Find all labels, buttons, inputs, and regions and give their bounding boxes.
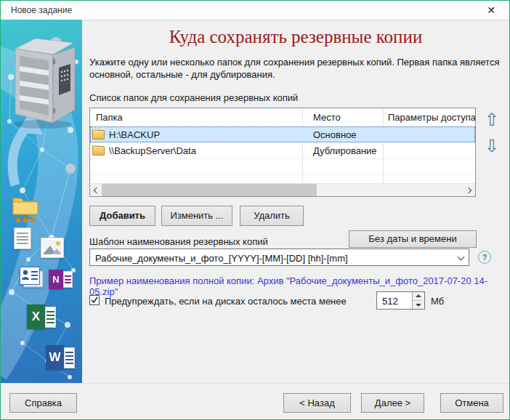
horizontal-scrollbar[interactable] <box>90 183 475 196</box>
excel-letter: X <box>32 310 40 324</box>
spinner-buttons <box>412 292 424 309</box>
chevron-down-icon[interactable] <box>454 249 469 265</box>
folder-list: Папка Место Параметры доступа H:\BACKUP … <box>89 108 476 197</box>
page-title: Куда сохранять резервные копии <box>82 27 509 47</box>
edit-button[interactable]: Изменить ... <box>161 206 232 226</box>
space-input[interactable] <box>381 293 411 310</box>
grid-line <box>90 174 475 175</box>
column-header-folder: Папка <box>90 112 302 123</box>
template-combobox[interactable] <box>89 249 469 266</box>
space-spinbox[interactable] <box>376 291 425 310</box>
template-input[interactable] <box>94 250 445 266</box>
help-button[interactable]: Справка <box>9 393 77 413</box>
folder-icon <box>92 130 105 140</box>
folder-path: H:\BACKUP <box>109 129 160 140</box>
wizard-dialog: Новое задание ✕ <box>0 0 510 420</box>
example-text: Пример наименования полной копии: Архив … <box>89 275 509 297</box>
onenote-icon: N <box>49 270 73 289</box>
delete-button[interactable]: Удалить <box>240 206 304 226</box>
word-icon: W <box>46 345 75 370</box>
no-datetime-button[interactable]: Без даты и времени <box>349 230 477 248</box>
move-up-icon[interactable]: ⇧ <box>482 110 501 129</box>
contacts-icon <box>20 267 44 288</box>
window-title: Новое задание <box>11 5 72 15</box>
back-button[interactable]: < Назад <box>283 393 351 413</box>
close-icon[interactable]: ✕ <box>480 2 502 18</box>
grid-line <box>90 158 475 159</box>
folder-list-label: Список папок для сохранения резервных ко… <box>89 92 298 103</box>
checkmark-icon <box>91 296 98 304</box>
warn-label: Предупреждать, если на дисках осталось м… <box>105 296 347 307</box>
document-icon <box>14 227 31 249</box>
add-button[interactable]: Добавить <box>89 206 155 226</box>
spin-down-icon[interactable] <box>413 301 424 309</box>
folder-place: Основное <box>302 129 383 140</box>
safe-icon <box>7 30 76 132</box>
warn-checkbox[interactable] <box>89 295 100 305</box>
scroll-left-icon[interactable] <box>90 184 102 196</box>
folder-place: Дублирование <box>302 145 383 156</box>
scroll-right-icon[interactable] <box>464 184 475 196</box>
unit-label: Мб <box>431 296 444 307</box>
word-letter: W <box>49 350 60 365</box>
excel-icon: X <box>27 304 56 329</box>
table-header: Папка Место Параметры доступа <box>90 108 475 126</box>
sidebar-illustration: N X W <box>1 20 82 383</box>
next-button[interactable]: Далее > <box>361 393 424 413</box>
footer-bar: Справка < Назад Далее > Отмена <box>1 383 509 420</box>
help-icon[interactable]: ? <box>478 251 491 264</box>
photo-icon <box>41 238 64 258</box>
table-row-selected[interactable]: H:\BACKUP Основное <box>90 126 475 142</box>
network-folder-icon <box>11 193 40 223</box>
cancel-button[interactable]: Отмена <box>440 393 503 413</box>
table-row[interactable]: \\BackupServer\Data Дублирование <box>90 142 475 158</box>
title-bar: Новое задание ✕ <box>1 1 509 20</box>
move-down-icon[interactable]: ⇩ <box>482 137 501 156</box>
template-label: Шаблон наименования резервных копий <box>89 236 268 247</box>
column-header-place: Место <box>302 112 383 123</box>
onenote-letter: N <box>52 274 59 285</box>
column-header-access: Параметры доступа <box>383 112 475 123</box>
horizontal-scrollbar-thumb[interactable] <box>102 184 317 196</box>
folder-path: \\BackupServer\Data <box>109 145 196 156</box>
folder-icon <box>92 146 105 156</box>
page-description: Укажите одну или несколько папок для сох… <box>89 56 508 81</box>
spin-up-icon[interactable] <box>413 292 424 301</box>
